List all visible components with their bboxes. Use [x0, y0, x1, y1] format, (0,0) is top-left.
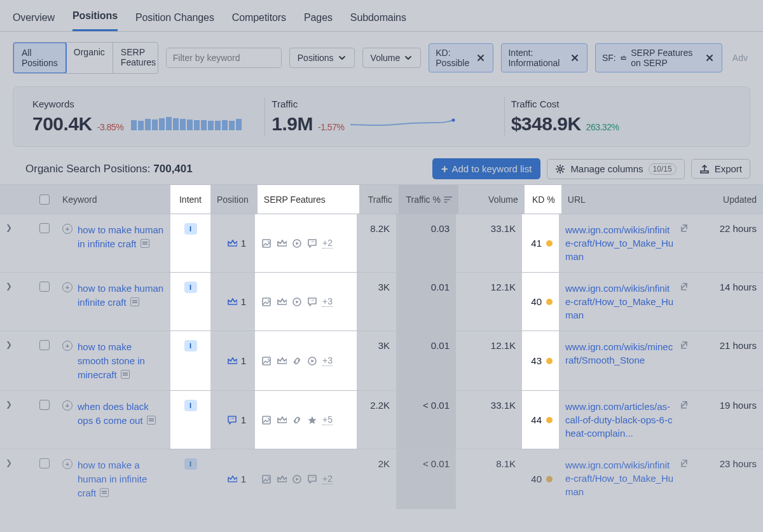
serp-feature-icons: +5: [261, 400, 333, 440]
play-icon: [307, 356, 317, 366]
chip-remove-icon[interactable]: [569, 53, 581, 62]
serp-preview-icon[interactable]: [141, 239, 149, 248]
keyword-link[interactable]: how to make smooth stone in minecraft: [78, 341, 145, 380]
advanced-filters[interactable]: Adv: [730, 48, 750, 67]
expand-row-icon[interactable]: ❯: [6, 458, 12, 500]
kd-value: 44: [531, 414, 542, 425]
traffic-pct-value: < 0.01: [396, 449, 456, 508]
keyword-link[interactable]: when does black ops 6 come out: [78, 401, 149, 426]
external-link-icon[interactable]: [680, 400, 689, 409]
row-checkbox[interactable]: [39, 458, 50, 468]
tab-subdomains[interactable]: Subdomains: [350, 6, 406, 31]
serp-features-more[interactable]: +5: [322, 414, 333, 425]
export-button[interactable]: Export: [691, 159, 750, 179]
tab-competitors[interactable]: Competitors: [232, 6, 286, 31]
intent-badge: I: [184, 458, 197, 470]
expand-row-icon[interactable]: ❯: [6, 400, 12, 440]
traffic-value: 8.2K: [357, 214, 396, 272]
kd-value: 41: [531, 238, 542, 249]
play-icon: [292, 297, 302, 307]
filter-chip-kd[interactable]: KD: Possible: [429, 43, 493, 72]
tab-pages[interactable]: Pages: [304, 6, 333, 31]
segment-all-positions[interactable]: All Positions: [13, 42, 67, 74]
crown-icon: [277, 474, 287, 484]
add-keyword-icon[interactable]: +: [62, 224, 72, 234]
col-intent[interactable]: Intent: [170, 185, 210, 214]
serp-preview-icon[interactable]: [121, 370, 130, 379]
row-checkbox[interactable]: [39, 223, 50, 233]
filter-chip-intent[interactable]: Intent: Informational: [501, 43, 587, 72]
url-link[interactable]: www.ign.com/wikis/infinite-craft/How_to_…: [565, 223, 675, 263]
table-row: ❯ + how to make a human in infinite craf…: [0, 449, 763, 508]
segment-organic[interactable]: Organic: [66, 43, 113, 73]
table-row: ❯ + when does black ops 6 come out I 1 +…: [0, 391, 763, 449]
add-keyword-icon[interactable]: +: [62, 400, 72, 411]
add-to-keyword-list-button[interactable]: + Add to keyword list: [432, 158, 540, 179]
positions-dropdown[interactable]: Positions: [289, 48, 355, 68]
external-link-icon[interactable]: [680, 458, 689, 467]
intent-badge: I: [184, 340, 197, 351]
tab-position-changes[interactable]: Position Changes: [135, 6, 214, 31]
updated-value: 19 hours: [695, 391, 763, 449]
bar-sparkline-icon: [131, 114, 242, 130]
col-traffic[interactable]: Traffic: [359, 185, 399, 214]
col-serp-features[interactable]: SERP Features: [258, 185, 359, 214]
intent-badge: I: [184, 282, 197, 293]
tab-positions[interactable]: Positions: [72, 4, 118, 31]
serp-features-more[interactable]: +2: [322, 238, 333, 249]
row-checkbox[interactable]: [39, 282, 50, 292]
external-link-icon[interactable]: [680, 282, 689, 290]
row-checkbox[interactable]: [39, 340, 50, 350]
add-keyword-icon[interactable]: +: [62, 341, 72, 351]
row-checkbox[interactable]: [39, 400, 50, 410]
volume-dropdown[interactable]: Volume: [362, 48, 422, 68]
col-position[interactable]: Position: [210, 185, 258, 214]
select-all-checkbox[interactable]: [39, 194, 50, 205]
external-link-icon[interactable]: [680, 340, 689, 349]
volume-value: 33.1K: [456, 214, 522, 272]
col-kd[interactable]: KD %: [525, 185, 561, 214]
manage-columns-button[interactable]: Manage columns10/15: [547, 159, 684, 179]
expand-row-icon[interactable]: ❯: [6, 282, 12, 322]
kd-value: 40: [531, 296, 542, 307]
position-value: 1: [241, 355, 246, 366]
traffic-pct-value: < 0.01: [396, 391, 456, 449]
url-link[interactable]: www.ign.com/wikis/minecraft/Smooth_Stone: [565, 340, 675, 367]
keyword-filter-input[interactable]: [167, 48, 282, 67]
serp-features-more[interactable]: +2: [322, 474, 333, 484]
position-value: 1: [241, 414, 246, 425]
col-url[interactable]: URL: [561, 185, 698, 214]
filter-chip-serp-features[interactable]: SF: SERP Features on SERP: [595, 43, 722, 72]
col-keyword[interactable]: Keyword: [56, 185, 170, 214]
url-link[interactable]: www.ign.com/wikis/infinite-craft/How_to_…: [565, 282, 675, 322]
add-keyword-icon[interactable]: +: [62, 282, 72, 292]
keyword-link[interactable]: how to make human infinite craft: [78, 283, 163, 308]
serp-preview-icon[interactable]: [100, 488, 109, 497]
expand-row-icon[interactable]: ❯: [6, 340, 12, 381]
external-link-icon[interactable]: [680, 223, 689, 232]
serp-preview-icon[interactable]: [130, 297, 139, 306]
serp-features-more[interactable]: +3: [322, 296, 333, 307]
speech-icon: [227, 415, 237, 425]
add-keyword-icon[interactable]: +: [62, 459, 72, 469]
expand-row-icon[interactable]: ❯: [6, 223, 12, 263]
stat-keywords: Keywords 700.4K-3.85%: [26, 97, 265, 136]
chevron-down-icon: [404, 53, 413, 62]
col-volume[interactable]: Volume: [458, 185, 525, 214]
chip-remove-icon[interactable]: [475, 53, 486, 62]
col-updated[interactable]: Updated: [698, 185, 763, 214]
serp-preview-icon[interactable]: [147, 416, 156, 425]
serp-features-more[interactable]: +3: [322, 355, 333, 366]
keyword-link[interactable]: how to make a human in infinite craft: [78, 460, 147, 498]
keyword-link[interactable]: how to make human in infinite craft: [78, 224, 163, 249]
segment-serp-features[interactable]: SERP Features: [113, 43, 158, 73]
sort-icon: [443, 195, 452, 204]
url-link[interactable]: www.ign.com/articles/as-call-of-duty-bla…: [565, 400, 675, 440]
volume-value: 8.1K: [456, 449, 522, 508]
updated-value: 23 hours: [695, 449, 763, 508]
tab-overview[interactable]: Overview: [13, 6, 55, 31]
chip-remove-icon[interactable]: [704, 53, 715, 62]
col-traffic-pct[interactable]: Traffic %: [399, 185, 458, 214]
url-link[interactable]: www.ign.com/wikis/infinite-craft/How_to_…: [565, 458, 675, 498]
kd-difficulty-dot: [546, 299, 553, 305]
